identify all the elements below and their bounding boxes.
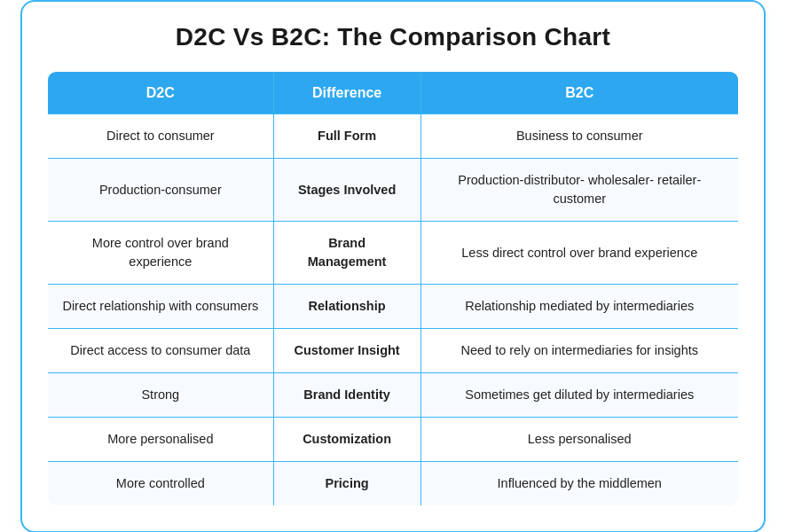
table-row: More controlledPricingInfluenced by the …: [48, 462, 739, 506]
d2c-cell: Strong: [48, 373, 274, 418]
b2c-cell: Influenced by the middlemen: [421, 462, 739, 506]
d2c-cell: More controlled: [48, 462, 274, 506]
header-d2c: D2C: [48, 72, 274, 114]
b2c-cell: Less direct control over brand experienc…: [421, 222, 739, 285]
table-row: Direct relationship with consumersRelati…: [48, 285, 739, 329]
difference-cell: Relationship: [273, 285, 421, 329]
b2c-cell: Need to rely on intermediaries for insig…: [421, 329, 739, 373]
difference-cell: Pricing: [273, 462, 421, 506]
comparison-table: D2C Difference B2C Direct to consumerFul…: [47, 71, 739, 506]
difference-cell: Customer Insight: [273, 329, 421, 373]
d2c-cell: More control over brand experience: [48, 222, 274, 285]
table-row: Direct to consumerFull FormBusiness to c…: [48, 114, 739, 159]
b2c-cell: Sometimes get diluted by intermediaries: [421, 373, 739, 418]
comparison-card: D2C Vs B2C: The Comparison Chart D2C Dif…: [20, 0, 766, 532]
header-difference: Difference: [273, 72, 421, 114]
difference-cell: Customization: [273, 418, 421, 462]
difference-cell: Brand Identity: [273, 373, 421, 418]
table-row: StrongBrand IdentitySometimes get dilute…: [48, 373, 739, 418]
d2c-cell: Production-consumer: [48, 159, 274, 222]
b2c-cell: Production-distributor- wholesaler- reta…: [421, 159, 739, 222]
table-body: Direct to consumerFull FormBusiness to c…: [48, 114, 739, 506]
b2c-cell: Relationship mediated by intermediaries: [421, 285, 739, 329]
table-row: Production-consumerStages InvolvedProduc…: [48, 159, 739, 222]
b2c-cell: Less personalised: [421, 418, 739, 462]
difference-cell: Full Form: [273, 114, 421, 159]
b2c-cell: Business to consumer: [421, 114, 739, 159]
d2c-cell: Direct to consumer: [48, 114, 274, 159]
d2c-cell: Direct relationship with consumers: [48, 285, 274, 329]
table-row: Direct access to consumer dataCustomer I…: [48, 329, 739, 373]
header-b2c: B2C: [421, 72, 739, 114]
difference-cell: Brand Management: [273, 222, 421, 285]
table-row: More personalisedCustomizationLess perso…: [48, 418, 739, 462]
d2c-cell: More personalised: [48, 418, 274, 462]
chart-title: D2C Vs B2C: The Comparison Chart: [47, 23, 739, 51]
table-header-row: D2C Difference B2C: [48, 72, 739, 114]
d2c-cell: Direct access to consumer data: [48, 329, 274, 373]
table-row: More control over brand experienceBrand …: [48, 222, 739, 285]
difference-cell: Stages Involved: [273, 159, 421, 222]
